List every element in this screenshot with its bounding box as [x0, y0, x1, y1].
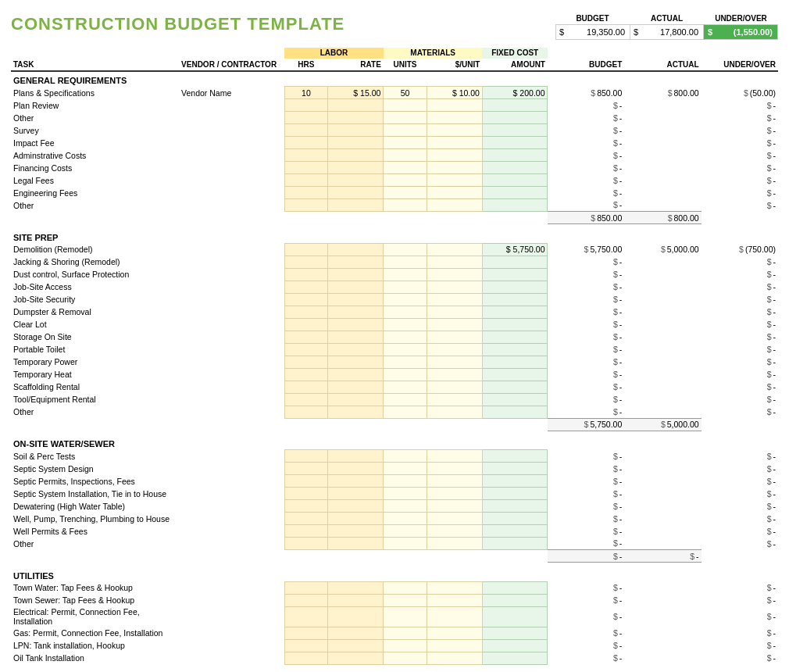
rate-cell[interactable]	[328, 187, 384, 199]
hrs-cell[interactable]	[284, 124, 327, 137]
units-cell[interactable]	[384, 639, 427, 652]
units-cell[interactable]	[384, 174, 427, 187]
hrs-cell[interactable]	[284, 594, 327, 606]
units-cell[interactable]	[384, 381, 427, 393]
unit-price-cell[interactable]	[427, 318, 482, 331]
fc-amount-cell[interactable]	[482, 381, 548, 393]
unit-price-cell[interactable]	[427, 463, 482, 475]
hrs-cell[interactable]	[284, 281, 327, 293]
units-cell[interactable]	[384, 356, 427, 368]
unit-price-cell[interactable]	[427, 199, 482, 212]
unit-price-cell[interactable]	[427, 174, 482, 187]
units-cell[interactable]	[384, 627, 427, 639]
unit-price-cell[interactable]	[427, 256, 482, 268]
unit-price-cell[interactable]	[427, 306, 482, 318]
hrs-cell[interactable]	[284, 112, 327, 124]
units-cell[interactable]	[384, 293, 427, 306]
unit-price-cell[interactable]	[427, 187, 482, 199]
unit-price-cell[interactable]	[427, 137, 482, 149]
fc-amount-cell[interactable]	[482, 343, 548, 356]
units-cell[interactable]	[384, 652, 427, 664]
hrs-cell[interactable]	[284, 137, 327, 149]
rate-cell[interactable]	[328, 581, 384, 594]
fc-amount-cell[interactable]: $ 200.00	[482, 87, 548, 99]
unit-price-cell[interactable]	[427, 639, 482, 652]
hrs-cell[interactable]	[284, 381, 327, 393]
units-cell[interactable]	[384, 538, 427, 550]
hrs-cell[interactable]	[284, 243, 327, 256]
units-cell[interactable]	[384, 281, 427, 293]
rate-cell[interactable]: $ 15.00	[328, 87, 384, 99]
fc-amount-cell[interactable]	[482, 281, 548, 293]
hrs-cell[interactable]	[284, 268, 327, 281]
unit-price-cell[interactable]	[427, 243, 482, 256]
rate-cell[interactable]	[328, 606, 384, 627]
unit-price-cell[interactable]	[427, 281, 482, 293]
fc-amount-cell[interactable]	[482, 488, 548, 500]
hrs-cell[interactable]	[284, 293, 327, 306]
rate-cell[interactable]	[328, 306, 384, 318]
hrs-cell[interactable]	[284, 500, 327, 513]
units-cell[interactable]	[384, 525, 427, 538]
rate-cell[interactable]	[328, 463, 384, 475]
units-cell[interactable]	[384, 463, 427, 475]
rate-cell[interactable]	[328, 381, 384, 393]
units-cell[interactable]	[384, 187, 427, 199]
hrs-cell[interactable]: 10	[284, 87, 327, 99]
fc-amount-cell[interactable]	[482, 293, 548, 306]
hrs-cell[interactable]	[284, 393, 327, 406]
units-cell[interactable]	[384, 406, 427, 418]
unit-price-cell[interactable]	[427, 538, 482, 550]
fc-amount-cell[interactable]	[482, 513, 548, 525]
fc-amount-cell[interactable]	[482, 450, 548, 463]
rate-cell[interactable]	[328, 293, 384, 306]
rate-cell[interactable]	[328, 174, 384, 187]
units-cell[interactable]	[384, 500, 427, 513]
units-cell[interactable]	[384, 99, 427, 112]
fc-amount-cell[interactable]	[482, 525, 548, 538]
units-cell[interactable]	[384, 268, 427, 281]
rate-cell[interactable]	[328, 243, 384, 256]
rate-cell[interactable]	[328, 112, 384, 124]
fc-amount-cell[interactable]	[482, 187, 548, 199]
hrs-cell[interactable]	[284, 368, 327, 381]
hrs-cell[interactable]	[284, 639, 327, 652]
fc-amount-cell[interactable]	[482, 475, 548, 488]
fc-amount-cell[interactable]	[482, 174, 548, 187]
rate-cell[interactable]	[328, 356, 384, 368]
unit-price-cell[interactable]	[427, 652, 482, 664]
hrs-cell[interactable]	[284, 488, 327, 500]
units-cell[interactable]	[384, 256, 427, 268]
fc-amount-cell[interactable]: $ 5,750.00	[482, 243, 548, 256]
units-cell[interactable]	[384, 450, 427, 463]
fc-amount-cell[interactable]	[482, 393, 548, 406]
units-cell[interactable]	[384, 318, 427, 331]
fc-amount-cell[interactable]	[482, 368, 548, 381]
fc-amount-cell[interactable]	[482, 124, 548, 137]
hrs-cell[interactable]	[284, 318, 327, 331]
unit-price-cell[interactable]	[427, 331, 482, 343]
hrs-cell[interactable]	[284, 187, 327, 199]
rate-cell[interactable]	[328, 639, 384, 652]
units-cell[interactable]	[384, 368, 427, 381]
rate-cell[interactable]	[328, 513, 384, 525]
units-cell[interactable]: 50	[384, 87, 427, 99]
rate-cell[interactable]	[328, 281, 384, 293]
hrs-cell[interactable]	[284, 406, 327, 418]
fc-amount-cell[interactable]	[482, 594, 548, 606]
rate-cell[interactable]	[328, 99, 384, 112]
rate-cell[interactable]	[328, 627, 384, 639]
units-cell[interactable]	[384, 162, 427, 174]
unit-price-cell[interactable]	[427, 356, 482, 368]
rate-cell[interactable]	[328, 162, 384, 174]
rate-cell[interactable]	[328, 500, 384, 513]
fc-amount-cell[interactable]	[482, 318, 548, 331]
fc-amount-cell[interactable]	[482, 581, 548, 594]
units-cell[interactable]	[384, 581, 427, 594]
rate-cell[interactable]	[328, 393, 384, 406]
rate-cell[interactable]	[328, 137, 384, 149]
rate-cell[interactable]	[328, 256, 384, 268]
unit-price-cell[interactable]	[427, 594, 482, 606]
rate-cell[interactable]	[328, 475, 384, 488]
fc-amount-cell[interactable]	[482, 500, 548, 513]
